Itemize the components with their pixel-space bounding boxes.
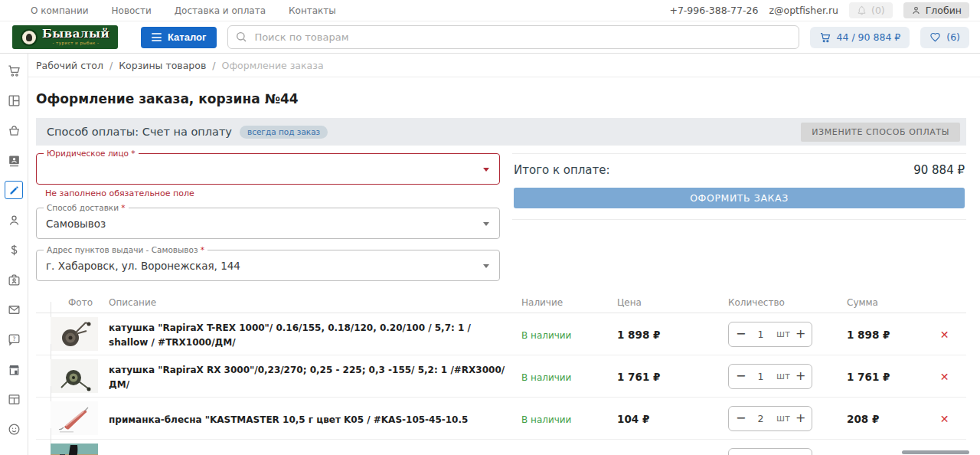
catalog-button[interactable]: Каталог	[141, 27, 217, 48]
search-icon	[235, 31, 247, 43]
email-address: z@optfisher.ru	[769, 5, 838, 16]
hamburger-icon	[152, 33, 162, 41]
pickup-address-value: г. Хабаровск, ул. Воронежская, 144	[46, 260, 240, 272]
top-nav: О компании Новости Доставка и оплата Кон…	[31, 5, 336, 16]
checkout-form: Юридическое лицо * Не заполнено обязател…	[36, 153, 500, 281]
main-header: Бывалый - турист и рыбак - Каталог 44 / …	[0, 21, 980, 54]
quantity-unit: шт	[776, 371, 790, 381]
line-total: 208 ₽	[847, 413, 879, 425]
nav-link-delivery[interactable]: Доставка и оплата	[175, 5, 266, 16]
line-total: 1 898 ₽	[847, 329, 890, 341]
quantity-stepper: − 100 пар +	[728, 448, 812, 455]
user-name: Глобин	[926, 5, 962, 16]
decrease-quantity-button[interactable]: −	[736, 412, 745, 424]
horizontal-scrollbar-thumb[interactable]	[902, 450, 969, 454]
payment-method-bar: Способ оплаты: Счет на оплату всегда под…	[36, 118, 966, 146]
favorites-count: (6)	[946, 31, 960, 43]
decrease-quantity-button[interactable]: −	[736, 370, 745, 382]
sidebar-contact-card-icon[interactable]	[5, 151, 23, 169]
notifications-count: (0)	[871, 5, 885, 16]
total-value: 90 884 ₽	[913, 163, 965, 177]
chevron-down-icon	[483, 264, 489, 268]
table-header-row: Фото Описание Наличие Цена Количество Су…	[36, 292, 966, 313]
cart-summary: 44 / 90 884 ₽	[837, 31, 901, 43]
nav-link-about[interactable]: О компании	[31, 5, 89, 16]
quantity-input[interactable]: 2	[745, 413, 776, 424]
user-menu-button[interactable]: Глобин	[903, 2, 969, 18]
delivery-method-select[interactable]: Способ доставки * Самовывоз	[36, 208, 500, 239]
table-row: приманка-блесна "KASTMASTER 10,5 г цвет …	[36, 398, 966, 440]
breadcrumb-carts[interactable]: Корзины товаров	[119, 60, 206, 71]
breadcrumb: Рабочий стол / Корзины товаров / Оформле…	[28, 54, 980, 77]
cart-button[interactable]: 44 / 90 884 ₽	[810, 27, 910, 48]
product-description: катушка "RapiraX RX 3000"/0,23/270; 0,25…	[109, 365, 505, 390]
order-summary-panel: Итого к оплате: 90 884 ₽ ОФОРМИТЬ ЗАКАЗ	[512, 153, 966, 220]
availability-status: В наличии	[521, 414, 571, 425]
person-icon	[911, 5, 921, 15]
search-input[interactable]	[227, 25, 799, 49]
availability-status: В наличии	[521, 330, 571, 341]
quantity-unit: шт	[776, 413, 790, 424]
pickup-address-select[interactable]: Адрес пунктов выдачи - Самовывоз * г. Ха…	[36, 250, 500, 281]
page-title: Оформление заказа, корзина №44	[36, 91, 966, 106]
sidebar-face-icon[interactable]	[5, 420, 23, 438]
quantity-input[interactable]: 1	[745, 371, 776, 382]
sidebar-mail-icon[interactable]	[5, 300, 23, 319]
quantity-unit: шт	[776, 329, 790, 339]
chevron-down-icon	[483, 168, 489, 172]
sidebar-storefront-icon[interactable]	[5, 360, 23, 378]
svg-text:?: ?	[12, 335, 15, 342]
bell-icon	[857, 5, 867, 15]
quantity-stepper: − 1 шт +	[728, 322, 812, 347]
breadcrumb-desktop[interactable]: Рабочий стол	[36, 60, 103, 71]
delivery-method-value: Самовывоз	[46, 218, 106, 230]
sidebar-table-icon[interactable]	[5, 390, 23, 408]
product-photo[interactable]	[51, 428, 100, 455]
sidebar-dollar-icon[interactable]	[5, 241, 23, 259]
submit-order-button[interactable]: ОФОРМИТЬ ЗАКАЗ	[514, 188, 965, 208]
nav-link-news[interactable]: Новости	[112, 5, 152, 16]
line-total: 1 761 ₽	[847, 371, 890, 383]
sidebar-dashboard-icon[interactable]	[5, 91, 23, 110]
store-logo[interactable]: Бывалый - турист и рыбак -	[12, 25, 118, 49]
sidebar-chat-question-icon[interactable]: ?	[5, 330, 23, 349]
availability-status: В наличии	[521, 372, 571, 383]
increase-quantity-button[interactable]: +	[795, 328, 805, 340]
sidebar-briefcase-icon[interactable]	[5, 270, 23, 289]
increase-quantity-button[interactable]: +	[795, 370, 805, 382]
sidebar-cart-icon[interactable]	[5, 61, 23, 80]
unit-price: 104 ₽	[617, 413, 649, 425]
quantity-stepper: − 2 шт +	[728, 406, 812, 431]
legal-entity-select[interactable]: Юридическое лицо *	[36, 153, 500, 185]
sidebar-basket-icon[interactable]	[5, 121, 23, 139]
product-description: приманка-блесна "KASTMASTER 10,5 г цвет …	[109, 414, 468, 425]
nav-link-contacts[interactable]: Контакты	[289, 5, 336, 16]
table-row: одежда-носки рыбацкие/XL/2 шва/неопрен/7…	[36, 440, 966, 455]
unit-price: 1 761 ₽	[617, 371, 660, 383]
remove-item-button[interactable]: ✕	[940, 413, 949, 425]
favorites-button[interactable]: (6)	[920, 27, 969, 48]
product-description: катушка "RapiraX T-REX 1000"/ 0.16/155, …	[109, 322, 471, 348]
logo-emblem-icon	[21, 29, 38, 46]
payment-badge: всегда под заказ	[240, 126, 328, 139]
notifications-button[interactable]: (0)	[849, 2, 893, 18]
payment-method-label: Способ оплаты: Счет на оплату	[47, 126, 232, 138]
table-row: катушка "RapiraX T-REX 1000"/ 0.16/155, …	[36, 313, 966, 355]
total-label: Итого к оплате:	[514, 163, 610, 177]
sidebar-person-icon[interactable]	[5, 211, 23, 229]
remove-item-button[interactable]: ✕	[940, 329, 949, 341]
cart-icon	[819, 31, 831, 44]
increase-quantity-button[interactable]: +	[795, 412, 805, 424]
left-sidebar: ?	[0, 54, 28, 455]
sidebar-edit-icon-active[interactable]	[5, 181, 23, 199]
remove-item-button[interactable]: ✕	[940, 371, 949, 383]
logo-title: Бывалый	[42, 28, 109, 40]
quantity-stepper: − 1 шт +	[728, 364, 812, 389]
phone-number: +7-996-388-77-26	[669, 5, 758, 16]
change-payment-button[interactable]: ИЗМЕНИТЕ СПОСОБ ОПЛАТЫ	[801, 123, 960, 142]
top-utility-bar: О компании Новости Доставка и оплата Кон…	[0, 0, 980, 21]
cart-items-table: Фото Описание Наличие Цена Количество Су…	[36, 292, 966, 455]
quantity-input[interactable]: 1	[745, 329, 776, 340]
decrease-quantity-button[interactable]: −	[736, 328, 745, 340]
legal-entity-error: Не заполнено обязательное поле	[45, 188, 500, 198]
